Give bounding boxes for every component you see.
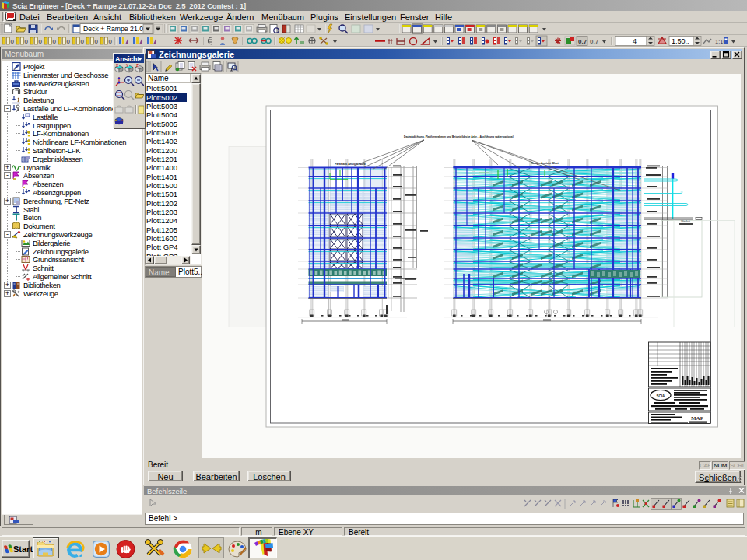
- svg-text:0: 0: [95, 38, 99, 45]
- svg-text:Deck + Rampe 21.07: Deck + Rampe 21.07: [83, 25, 147, 33]
- svg-text:Dachabdichtung, Plattformrahme: Dachabdichtung, Plattformrahmen und Beto…: [404, 135, 514, 138]
- svg-text:Z: Z: [136, 64, 139, 68]
- svg-text:0: 0: [53, 38, 57, 45]
- svg-text:1.50..: 1.50..: [672, 37, 689, 45]
- svg-text:MAP: MAP: [691, 415, 704, 422]
- svg-text:0.7: 0.7: [590, 38, 599, 45]
- svg-text:Y: Y: [126, 64, 128, 68]
- svg-text:0: 0: [25, 38, 29, 45]
- svg-text:0: 0: [109, 38, 113, 45]
- svg-text:0: 0: [81, 38, 85, 45]
- svg-text:0: 0: [39, 38, 43, 45]
- svg-text:0: 0: [11, 38, 15, 45]
- svg-text:X: X: [116, 64, 118, 68]
- svg-text:0: 0: [67, 38, 71, 45]
- svg-text:SCIA: SCIA: [657, 394, 666, 398]
- svg-text:Parkhaus Ansicht Nord: Parkhaus Ansicht Nord: [335, 163, 366, 166]
- svg-text:Windlast: Windlast: [681, 220, 690, 223]
- svg-text:0.7: 0.7: [578, 38, 587, 45]
- svg-text:4: 4: [633, 37, 637, 45]
